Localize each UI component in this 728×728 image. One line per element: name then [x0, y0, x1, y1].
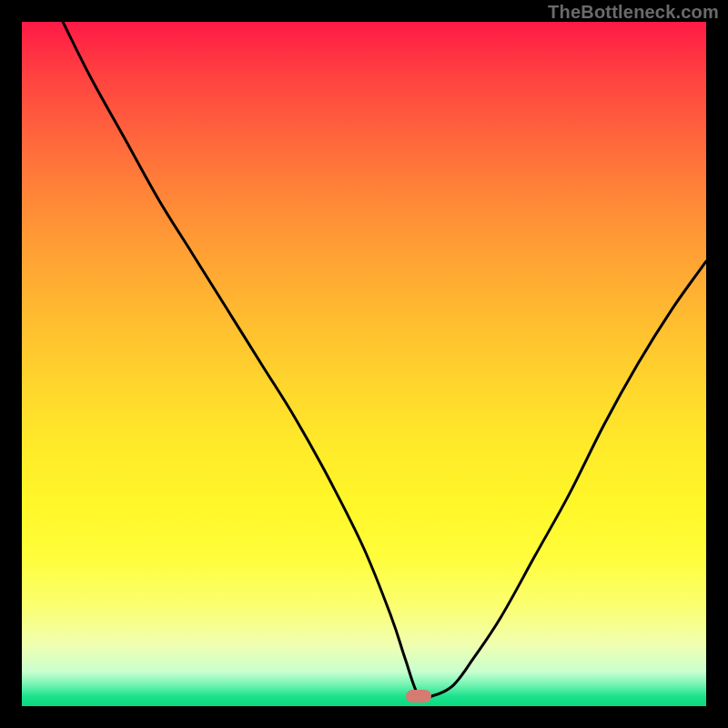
chart-frame: TheBottleneck.com	[0, 0, 728, 728]
bottleneck-curve	[63, 22, 706, 700]
curve-svg	[22, 22, 706, 706]
minimum-marker	[406, 690, 431, 703]
plot-area	[22, 22, 706, 706]
watermark-text: TheBottleneck.com	[548, 2, 719, 23]
